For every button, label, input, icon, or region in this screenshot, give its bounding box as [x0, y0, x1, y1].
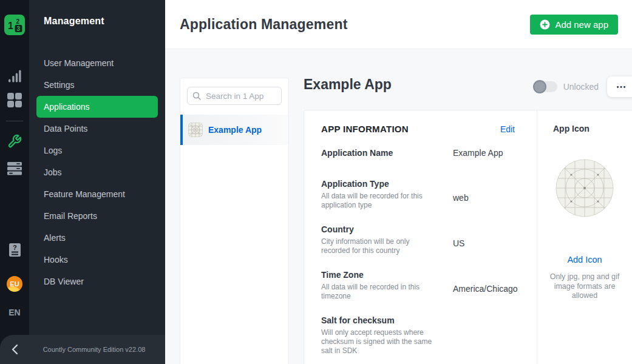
lock-toggle-label: Unlocked: [563, 82, 599, 92]
info-label: Application Type: [321, 178, 453, 190]
sidebar-item-email-reports[interactable]: Email Reports: [36, 205, 158, 227]
sidebar-item-user-management[interactable]: User Management: [36, 52, 158, 74]
language-selector[interactable]: EN: [0, 308, 29, 317]
user-avatar[interactable]: EU: [7, 276, 22, 292]
icon-rail: 1 2 3: [0, 0, 29, 364]
info-value: America/Chicago: [453, 283, 518, 301]
countly-logo-icon[interactable]: 1 2 3: [4, 15, 25, 35]
sidebar-item-settings[interactable]: Settings: [36, 74, 158, 96]
sidebar-item-alerts[interactable]: Alerts: [36, 227, 158, 249]
info-value: Example App: [453, 147, 503, 159]
sidebar: 1 2 3: [0, 0, 165, 364]
search-icon: [192, 92, 201, 100]
app-detail-title: Example App: [304, 76, 392, 93]
svg-text:?: ?: [13, 244, 17, 251]
info-label: Application Name: [321, 147, 453, 159]
info-row-application-type: Application Type All data will be record…: [321, 178, 515, 210]
app-detail-controls: Unlocked •••: [534, 76, 632, 98]
app-list-item-example-app[interactable]: Example App: [180, 115, 288, 145]
app-search-box: [187, 87, 282, 105]
app-search-input[interactable]: [187, 87, 282, 105]
sidebar-item-db-viewer[interactable]: DB Viewer: [36, 271, 158, 292]
app-information-heading: APP INFORMATION: [321, 124, 409, 134]
content-area: Example App Example App Unlocked ••• APP…: [165, 49, 632, 364]
sidebar-item-data-points[interactable]: Data Points: [36, 118, 158, 140]
svg-text:3: 3: [17, 25, 21, 32]
version-label: Countly Community Edition v22.08: [29, 346, 165, 353]
icon-format-note: Only jpg, png and gif image formats are …: [545, 272, 624, 301]
app-list-card: Example App: [180, 78, 289, 364]
sidebar-item-logs[interactable]: Logs: [36, 140, 158, 161]
add-icon-link[interactable]: Add Icon: [537, 255, 632, 265]
toggle-knob[interactable]: [533, 80, 546, 93]
app-icon-placeholder[interactable]: [556, 159, 614, 217]
analytics-bar-chart-icon[interactable]: [8, 70, 21, 83]
collapse-chevron-icon[interactable]: [0, 344, 29, 355]
app-icon-panel: App Icon: [537, 110, 632, 364]
info-row-salt-for-checksum: Salt for checksum Will only accept reque…: [321, 314, 515, 356]
apps-grid-icon[interactable]: [7, 93, 22, 107]
info-label: Time Zone: [321, 269, 453, 281]
management-wrench-icon[interactable]: [7, 134, 22, 149]
info-row-country: Country City information will be only re…: [321, 223, 515, 255]
info-desc: All data will be recorded in this timezo…: [321, 283, 440, 301]
sidebar-item-applications[interactable]: Applications: [36, 96, 158, 118]
page-title: Application Management: [180, 16, 348, 33]
sidebar-item-feature-management[interactable]: Feature Management: [36, 183, 158, 205]
add-new-app-button[interactable]: Add new app: [530, 15, 618, 35]
data-server-icon[interactable]: [7, 162, 22, 175]
info-desc: All data will be recorded for this appli…: [321, 192, 440, 210]
lock-toggle[interactable]: [534, 81, 557, 92]
page-header: Application Management Add new app: [165, 0, 632, 49]
info-label: Salt for checksum: [321, 314, 453, 326]
info-label: Country: [321, 223, 453, 235]
more-options-button[interactable]: •••: [607, 76, 632, 97]
info-value: US: [453, 237, 464, 255]
svg-text:2: 2: [16, 18, 20, 25]
add-new-app-label: Add new app: [555, 19, 608, 30]
sidebar-item-jobs[interactable]: Jobs: [36, 161, 158, 183]
plus-circle-icon: [540, 19, 550, 30]
sidebar-item-hooks[interactable]: Hooks: [36, 249, 158, 271]
app-information-section: APP INFORMATION Edit Application Name Ex…: [304, 110, 537, 364]
help-guide-icon[interactable]: ?: [8, 243, 21, 257]
app-mini-icon: [188, 123, 203, 137]
rail-divider: [6, 121, 23, 121]
edit-link[interactable]: Edit: [500, 124, 515, 134]
info-row-application-name: Application Name Example App: [321, 147, 515, 159]
menu-title: Management: [29, 16, 165, 27]
info-row-time-zone: Time Zone All data will be recorded in t…: [321, 269, 515, 301]
info-desc: City information will be only recorded f…: [321, 237, 440, 255]
management-menu: Management User Management Settings Appl…: [29, 0, 165, 364]
app-icon-heading: App Icon: [537, 124, 632, 133]
info-value: web: [453, 192, 469, 210]
info-desc: Will only accept requests where checksum…: [321, 328, 440, 356]
menu-item-list: User Management Settings Applications Da…: [29, 52, 165, 292]
sidebar-footer: Countly Community Edition v22.08: [0, 335, 165, 364]
app-detail-card: APP INFORMATION Edit Application Name Ex…: [304, 110, 632, 364]
app-list-item-label: Example App: [208, 125, 262, 135]
app-window: 1 2 3: [0, 0, 632, 364]
svg-text:1: 1: [8, 21, 13, 31]
